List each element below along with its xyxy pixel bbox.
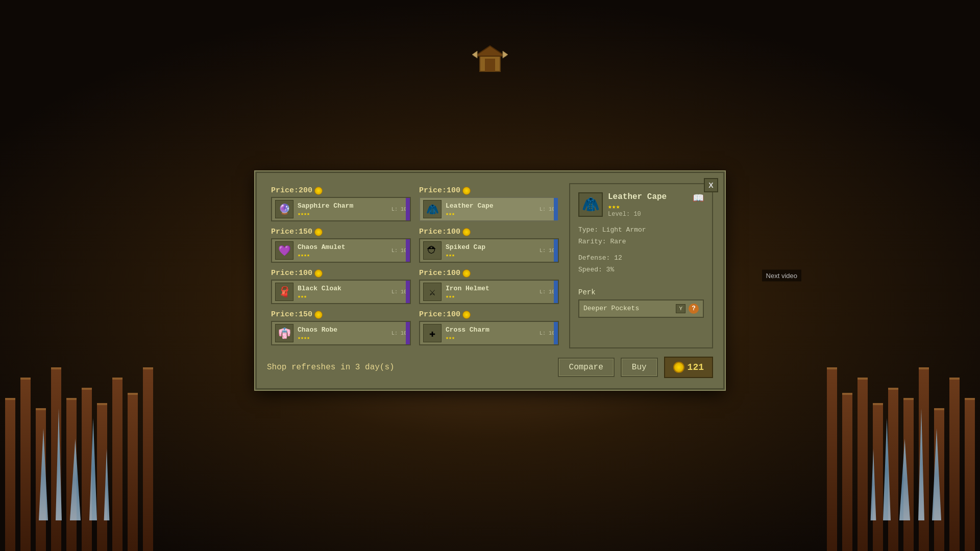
item-cell-sapphire-charm: Price:200 🔮 Sapphire Charm ★★★★ L: 10 (267, 183, 415, 224)
item-row-black-cloak[interactable]: 🧣 Black Cloak ★★★ L: 10 (271, 280, 411, 304)
price-spiked-cap: Price:100 (419, 228, 559, 236)
price-sapphire-charm: Price:200 (271, 186, 411, 195)
item-level-chaos-robe: L: 10 (387, 331, 407, 336)
price-text-spiked-cap: Price:100 (419, 228, 460, 236)
item-row-leather-cape[interactable]: 🧥 Leather Cape ★★★ L: 10 (419, 197, 559, 221)
item-icon-sapphire-charm: 🔮 (275, 200, 293, 218)
svg-marker-3 (472, 51, 477, 58)
item-name-spiked-cap: Spiked Cap (446, 243, 535, 251)
item-stars-cross-charm: ★★★ (446, 335, 535, 341)
item-info-cross-charm: Cross Charm ★★★ (446, 326, 535, 341)
book-icon[interactable]: 📖 (693, 192, 704, 204)
item-name-leather-cape: Leather Cape (446, 202, 535, 210)
type-stat: Type: Light Armor (578, 224, 704, 236)
item-row-cross-charm[interactable]: ✚ Cross Charm ★★★ L: 10 (419, 321, 559, 345)
defense-stat: Defense: 12 (578, 252, 704, 264)
crystals-left (31, 316, 133, 520)
svg-marker-4 (503, 51, 508, 58)
item-row-sapphire-charm[interactable]: 🔮 Sapphire Charm ★★★★ L: 10 (271, 197, 411, 221)
item-row-iron-helmet[interactable]: ⚔ Iron Helmet ★★★ L: 10 (419, 280, 559, 304)
shop-items-panel: Price:200 🔮 Sapphire Charm ★★★★ L: 10 (267, 183, 563, 348)
item-icon-cross-charm: ✚ (423, 324, 442, 342)
next-video-label: Next video (762, 270, 801, 282)
item-info-black-cloak: Black Cloak ★★★ (298, 285, 387, 299)
perk-key[interactable]: Y (676, 304, 685, 313)
gold-coin-chaos-amulet (314, 228, 323, 236)
gold-coin-cross-charm (462, 311, 471, 319)
speed-stat: Speed: 3% (578, 264, 704, 276)
shop-icon (470, 43, 510, 74)
buy-button[interactable]: Buy (621, 358, 658, 377)
gold-coin-spiked-cap (462, 228, 471, 236)
item-stars-black-cloak: ★★★ (298, 293, 387, 299)
svg-marker-1 (475, 46, 505, 56)
item-level-sapphire-charm: L: 10 (387, 207, 407, 212)
item-level-leather-cape: L: 10 (535, 207, 555, 212)
compare-button[interactable]: Compare (558, 358, 615, 377)
gold-coin-leather-cape (462, 187, 471, 195)
item-level-black-cloak: L: 10 (387, 289, 407, 295)
price-leather-cape: Price:100 (419, 186, 559, 195)
perk-section-label: Perk (578, 288, 704, 296)
detail-item-level: Level: 10 (608, 211, 688, 218)
shop-dialog: X Price:200 🔮 Sapphire Charm ★★★★ (255, 171, 725, 390)
detail-header: 🧥 Leather Cape ★★★ Level: 10 📖 (578, 192, 704, 218)
item-icon-chaos-robe: 👘 (275, 324, 293, 342)
perk-name: Deeper Pockets (583, 305, 673, 312)
item-row-chaos-amulet[interactable]: 💜 Chaos Amulet ★★★★ L: 10 (271, 238, 411, 263)
price-text-black-cloak: Price:100 (271, 269, 312, 278)
item-name-cross-charm: Cross Charm (446, 326, 535, 334)
item-cell-chaos-amulet: Price:150 💜 Chaos Amulet ★★★★ L: 10 (267, 224, 415, 266)
gold-coin-black-cloak (314, 269, 323, 278)
item-bar-chaos-robe (406, 322, 410, 344)
item-cell-iron-helmet: Price:100 ⚔ Iron Helmet ★★★ L: 10 (415, 266, 563, 307)
price-iron-helmet: Price:100 (419, 269, 559, 278)
item-stars-leather-cape: ★★★ (446, 211, 535, 217)
item-row-spiked-cap[interactable]: ⛑ Spiked Cap ★★★ L: 10 (419, 238, 559, 263)
price-text-chaos-robe: Price:150 (271, 310, 312, 319)
price-chaos-robe: Price:150 (271, 310, 411, 319)
detail-stats: Type: Light Armor Rarity: Rare Defense: … (578, 224, 704, 276)
gold-display: 121 (664, 357, 713, 378)
gold-coin-sapphire-charm (314, 187, 323, 195)
price-black-cloak: Price:100 (271, 269, 411, 278)
item-bar-spiked-cap (554, 239, 558, 262)
gold-coin-chaos-robe (314, 311, 323, 319)
item-bar-iron-helmet (554, 281, 558, 303)
detail-title-area: Leather Cape ★★★ Level: 10 (608, 192, 688, 218)
detail-item-name: Leather Cape (608, 192, 688, 202)
price-text-chaos-amulet: Price:150 (271, 228, 312, 236)
rarity-stat: Rarity: Rare (578, 236, 704, 247)
item-cell-cross-charm: Price:100 ✚ Cross Charm ★★★ L: 10 (415, 307, 563, 348)
item-stars-iron-helmet: ★★★ (446, 293, 535, 299)
item-bar-black-cloak (406, 281, 410, 303)
item-info-sapphire-charm: Sapphire Charm ★★★★ (298, 202, 387, 217)
item-level-spiked-cap: L: 10 (535, 248, 555, 254)
item-icon-leather-cape: 🧥 (423, 200, 442, 218)
item-name-black-cloak: Black Cloak (298, 285, 387, 292)
item-bar-chaos-amulet (406, 239, 410, 262)
dialog-body: Price:200 🔮 Sapphire Charm ★★★★ L: 10 (267, 183, 713, 348)
price-text-leather-cape: Price:100 (419, 186, 460, 195)
close-button[interactable]: X (704, 178, 718, 192)
items-grid: Price:200 🔮 Sapphire Charm ★★★★ L: 10 (267, 183, 563, 348)
detail-item-icon: 🧥 (578, 192, 603, 217)
item-info-chaos-robe: Chaos Robe ★★★★ (298, 326, 387, 341)
item-stars-sapphire-charm: ★★★★ (298, 211, 387, 217)
price-text-iron-helmet: Price:100 (419, 269, 460, 278)
item-bar-sapphire-charm (406, 198, 410, 220)
item-icon-black-cloak: 🧣 (275, 283, 293, 301)
item-name-sapphire-charm: Sapphire Charm (298, 202, 387, 210)
item-cell-spiked-cap: Price:100 ⛑ Spiked Cap ★★★ L: 10 (415, 224, 563, 266)
detail-panel: 🧥 Leather Cape ★★★ Level: 10 📖 Type: Lig… (569, 183, 713, 348)
item-name-chaos-robe: Chaos Robe (298, 326, 387, 334)
item-info-iron-helmet: Iron Helmet ★★★ (446, 285, 535, 299)
perk-help-button[interactable]: ? (689, 304, 699, 314)
item-info-chaos-amulet: Chaos Amulet ★★★★ (298, 243, 387, 258)
detail-item-stars: ★★★ (608, 203, 688, 211)
item-stars-chaos-amulet: ★★★★ (298, 252, 387, 258)
dialog-footer: Shop refreshes in 3 day(s) Compare Buy 1… (267, 357, 713, 378)
price-text-cross-charm: Price:100 (419, 310, 460, 319)
price-text-sapphire-charm: Price:200 (271, 186, 312, 195)
item-row-chaos-robe[interactable]: 👘 Chaos Robe ★★★★ L: 10 (271, 321, 411, 345)
